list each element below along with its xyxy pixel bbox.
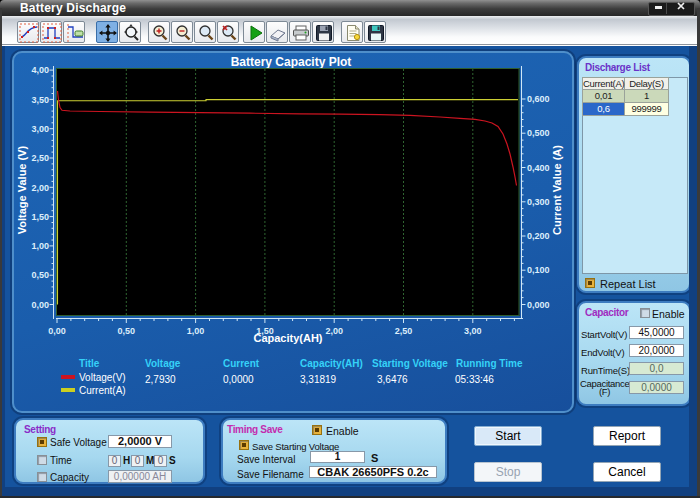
svg-text:0,100: 0,100 [527,265,550,275]
svg-text:0,600: 0,600 [527,94,550,104]
svg-text:Current Value (A): Current Value (A) [551,145,563,235]
svg-text:0,300: 0,300 [527,197,550,207]
svg-text:Capacity(AH): Capacity(AH) [253,332,322,344]
svg-text:4,00: 4,00 [31,65,49,75]
svg-text:0,500: 0,500 [527,128,550,138]
svg-text:Voltage Value (V): Voltage Value (V) [16,145,28,234]
svg-text:0,00: 0,00 [48,326,66,336]
svg-text:2,50: 2,50 [395,326,413,336]
svg-text:3,50: 3,50 [31,95,49,105]
svg-text:1,00: 1,00 [31,241,49,251]
svg-text:3,00: 3,00 [464,326,482,336]
svg-text:3,00: 3,00 [31,124,49,134]
svg-text:0,00: 0,00 [31,300,49,310]
svg-text:0,000: 0,000 [527,300,550,310]
svg-text:0,200: 0,200 [527,231,550,241]
svg-text:1,50: 1,50 [31,212,49,222]
svg-text:1,00: 1,00 [187,326,205,336]
svg-text:0,50: 0,50 [31,270,49,280]
svg-text:2,00: 2,00 [31,183,49,193]
svg-text:0,50: 0,50 [118,326,136,336]
svg-text:0,400: 0,400 [527,163,550,173]
svg-text:2,00: 2,00 [325,326,343,336]
svg-text:2,50: 2,50 [31,153,49,163]
